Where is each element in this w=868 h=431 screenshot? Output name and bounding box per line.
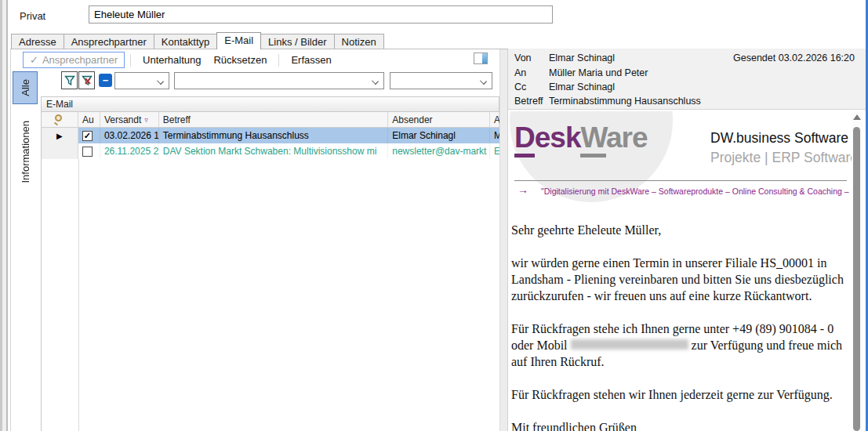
email-closing: Mit freundlichen Grüßen — [511, 419, 850, 431]
chevron-down-icon — [372, 78, 379, 85]
tab-email[interactable]: E-Mail — [216, 32, 261, 49]
cc-value: Elmar Schinagl — [549, 81, 615, 92]
row-checkbox-cell: ✓ — [78, 128, 100, 143]
ansprechpartner-toggle-button[interactable]: ✓ Ansprechpartner — [23, 52, 125, 68]
von-value: Elmar Schinagl — [549, 53, 615, 63]
logo-are: are — [606, 121, 648, 154]
magnifier-icon — [54, 114, 64, 125]
column-header-au-label: Au — [82, 114, 94, 125]
side-tab-alle-label: Alle — [20, 79, 31, 96]
filter-search-dropdown[interactable] — [174, 72, 384, 89]
deskware-logo: DeskWare — [514, 122, 648, 154]
tab-ansprechpartner[interactable]: Ansprechpartner — [64, 34, 154, 49]
column-header-betreff[interactable]: Betreff — [159, 112, 388, 127]
row-absender: newsletter@dav-markt — [388, 143, 490, 159]
sent-timestamp: Gesendet 03.02.2026 16:20 — [733, 53, 855, 63]
column-header-versandt[interactable]: Versandt ▿ — [100, 112, 159, 127]
row-versandt: 03.02.2026 1 — [100, 128, 159, 143]
banner-divider — [514, 180, 847, 181]
preview-scrollbar[interactable] — [852, 111, 863, 431]
filter-field-dropdown[interactable] — [114, 72, 169, 89]
row-selector-cell — [42, 143, 78, 159]
column-header-extra[interactable]: A — [490, 112, 499, 127]
row-extra: E — [490, 143, 499, 159]
remove-filter-button[interactable] — [78, 71, 95, 89]
betreff-value: Terminabstimmung Hausanschluss — [549, 96, 701, 107]
column-header-absender[interactable]: Absender — [388, 112, 490, 127]
main-tabbar: Adresse Ansprechpartner Kontakttyp E-Mai… — [11, 32, 383, 49]
side-tab-informationen-label: Informationen — [20, 121, 31, 183]
row-betreff: DAV Sektion Markt Schwaben: Multivisions… — [159, 143, 388, 159]
row-selector-cell: ▶ — [42, 128, 78, 143]
toolbar-separator — [278, 54, 279, 67]
logo-esk: esk — [535, 121, 581, 154]
email-body: Sehr geehrte Eheleute Müller, wir würden… — [511, 222, 850, 431]
chevron-down-icon — [480, 78, 487, 85]
email-list-header: Au Versandt ▿ Betreff Absender A — [42, 112, 499, 128]
side-tab-informationen[interactable]: Informationen — [13, 107, 38, 197]
check-icon: ✓ — [30, 54, 38, 66]
email-paragraph: Für Rückfragen stehen wir Ihnen jederzei… — [511, 386, 850, 403]
row-checkbox[interactable] — [82, 147, 93, 157]
logo-w: W — [580, 121, 606, 158]
toolbar-separator — [130, 54, 131, 67]
row-checkbox-cell — [78, 143, 100, 159]
row-extra: M — [490, 128, 499, 143]
tab-notizen[interactable]: Notizen — [334, 34, 384, 49]
funnel-icon — [64, 75, 75, 86]
table-row[interactable]: ▶ ✓ 03.02.2026 1 Terminabstimmung Hausan… — [42, 128, 499, 143]
current-row-marker: ▶ — [56, 132, 63, 140]
side-tab-strip: Alle Informationen — [11, 71, 39, 431]
email-greeting: Sehr geehrte Eheleute Müller, — [511, 222, 850, 238]
column-header-absender-label: Absender — [392, 114, 432, 125]
redacted-mobile-number — [571, 339, 688, 350]
row-versandt: 26.11.2025 2 — [100, 143, 159, 159]
banner-tagline: "Digitalisierung mit DeskWare – Software… — [541, 187, 852, 196]
column-header-versandt-label: Versandt — [104, 114, 141, 125]
row-checkbox[interactable]: ✓ — [82, 131, 93, 141]
email-preview-header: VonElmar Schinagl AnMüller Maria und Pet… — [508, 49, 866, 110]
betreff-label: Betreff — [514, 96, 549, 107]
scrollbar-thumb[interactable] — [853, 127, 860, 431]
email-toolbar: ✓ Ansprechpartner Unterhaltung Rücksetze… — [11, 49, 499, 71]
pane-splitter[interactable] — [499, 49, 508, 431]
unterhaltung-button[interactable]: Unterhaltung — [136, 53, 207, 67]
email-paragraph: Für Rückfragen stehe ich Ihnen gerne unt… — [511, 321, 850, 370]
column-header-betreff-label: Betreff — [163, 114, 191, 125]
tab-links-bilder[interactable]: Links / Bilder — [260, 34, 334, 49]
banner-line2: Projekte | ERP Software | Auftragsbearbe… — [710, 150, 852, 166]
record-name-input[interactable] — [89, 5, 553, 24]
search-column-header[interactable] — [42, 112, 78, 127]
funnel-remove-icon — [82, 75, 93, 86]
von-label: Von — [514, 53, 549, 63]
row-absender: Elmar Schinagl — [388, 128, 490, 143]
email-list: E-Mail Au Versandt ▿ Betreff Absender A … — [41, 96, 499, 431]
table-row[interactable]: 26.11.2025 2 DAV Sektion Markt Schwaben:… — [42, 143, 499, 159]
filter-extra-dropdown[interactable] — [390, 72, 492, 89]
filter-button[interactable] — [61, 71, 78, 89]
tab-kontakttyp[interactable]: Kontakttyp — [154, 34, 217, 49]
record-type-label: Privat — [20, 10, 45, 22]
cc-label: Cc — [514, 81, 549, 92]
scroll-up-icon[interactable] — [853, 114, 861, 120]
an-label: An — [514, 67, 549, 78]
column-header-au[interactable]: Au — [78, 112, 100, 127]
toggle-preview-pane-icon[interactable] — [474, 53, 488, 64]
panel-icon-fill — [482, 53, 487, 63]
email-paragraph: wir würden gerne einen Termin in unserer… — [511, 255, 850, 304]
chevron-down-icon — [157, 78, 164, 85]
logo-d: D — [514, 121, 535, 158]
erfassen-button[interactable]: Erfassen — [285, 53, 337, 67]
email-signature-banner: DeskWare DW.business Software | E-Rechnu… — [508, 111, 852, 204]
ruecksetzen-button[interactable]: Rücksetzen — [207, 53, 273, 67]
email-list-empty-area — [42, 159, 500, 431]
tab-adresse[interactable]: Adresse — [11, 34, 64, 49]
email-preview-pane: VonElmar Schinagl AnMüller Maria und Pet… — [508, 49, 866, 431]
collapse-button[interactable]: − — [99, 74, 112, 87]
email-group-header: E-Mail — [42, 96, 499, 112]
banner-line1: DW.business Software | E-Rechnung — [710, 130, 852, 147]
row-betreff: Terminabstimmung Hausanschluss — [159, 128, 388, 143]
side-tab-alle[interactable]: Alle — [13, 71, 38, 104]
sort-descending-icon: ▿ — [144, 116, 148, 124]
ansprechpartner-toggle-label: Ansprechpartner — [42, 54, 118, 66]
